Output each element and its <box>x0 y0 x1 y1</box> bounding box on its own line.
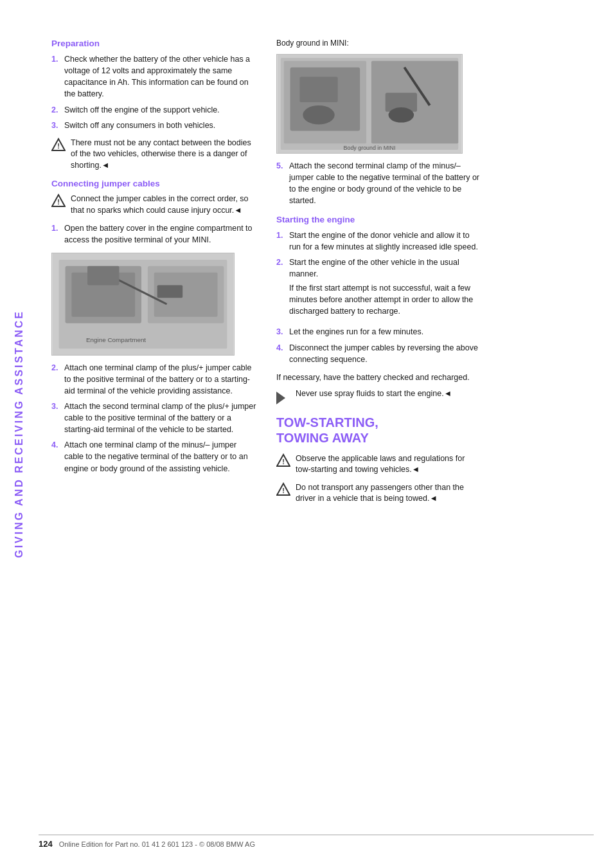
note-block-spray: Never use spray fluids to start the engi… <box>276 388 482 404</box>
right-column: Body ground in MINI: Bo <box>276 39 482 829</box>
list-text: Open the battery cover in the engine com… <box>64 222 257 246</box>
note-triangle-icon <box>276 392 285 404</box>
list-text: Attach one terminal clamp of the plus/+ … <box>64 362 257 397</box>
preparation-list: 1. Check whether the battery of the othe… <box>51 53 257 131</box>
list-text: Attach the second terminal clamp of the … <box>289 160 482 207</box>
warning-text-1: There must not be any contact between th… <box>71 138 257 172</box>
list-item: 3. Switch off any consumers in both vehi… <box>51 120 257 131</box>
list-number: 4. <box>51 439 60 474</box>
list-number: 1. <box>51 53 60 100</box>
list-number: 3. <box>51 120 60 131</box>
body-ground-image: Body ground in MINI <box>276 54 463 154</box>
svg-text:!: ! <box>282 458 285 466</box>
svg-text:!: ! <box>57 198 60 206</box>
warning-icon-2: ! <box>51 194 66 208</box>
list-item: 4. Disconnect the jumper cables by rever… <box>276 342 482 365</box>
preparation-heading: Preparation <box>51 39 257 48</box>
connecting-list: 1. Open the battery cover in the engine … <box>51 222 257 246</box>
battery-check-text: If necessary, have the battery checked a… <box>276 372 482 383</box>
connecting-list-2: 2. Attach one terminal clamp of the plus… <box>51 362 257 475</box>
starting-heading: Starting the engine <box>276 215 482 224</box>
list-number: 5. <box>276 160 285 207</box>
page-number: 124 <box>39 839 53 849</box>
page-container: GIVING AND RECEIVING ASSISTANCE Preparat… <box>0 0 613 868</box>
list-number: 2. <box>51 104 60 116</box>
starting-list: 1. Start the engine of the donor vehicle… <box>276 230 482 365</box>
svg-text:!: ! <box>57 142 60 150</box>
connecting-heading: Connecting jumper cables <box>51 179 257 188</box>
footer-note: Online Edition for Part no. 01 41 2 601 … <box>59 840 255 848</box>
list-text: Start the engine of the other vehicle in… <box>289 258 459 278</box>
list-text: Check whether the battery of the other v… <box>64 53 257 100</box>
list-item: 1. Check whether the battery of the othe… <box>51 53 257 100</box>
list-number: 3. <box>276 326 285 338</box>
engine-compartment-image: Engine Compartment <box>51 253 235 356</box>
list-item: 2. Start the engine of the other vehicle… <box>276 257 482 323</box>
list-number: 2. <box>51 362 60 397</box>
list-item: 2. Attach one terminal clamp of the plus… <box>51 362 257 397</box>
list-number: 3. <box>51 401 60 435</box>
svg-rect-19 <box>299 77 337 102</box>
svg-point-20 <box>303 105 334 125</box>
list-text: Switch off the engine of the support veh… <box>64 104 220 116</box>
list-text: Start the engine of the donor vehicle an… <box>289 230 482 253</box>
list-text: Let the engines run for a few minutes. <box>289 326 423 338</box>
list-item: 3. Let the engines run for a few minutes… <box>276 326 482 338</box>
svg-text:Engine Compartment: Engine Compartment <box>86 336 146 343</box>
page-footer: 124 Online Edition for Part no. 01 41 2 … <box>39 835 594 849</box>
tow-section: TOW-STARTING,TOWING AWAY ! Observe the a… <box>276 415 482 505</box>
body-ground-label: Body ground in MINI: <box>276 39 482 48</box>
list-item: 5. Attach the second terminal clamp of t… <box>276 160 482 207</box>
tow-warning-text-1: Observe the applicable laws and regulati… <box>296 453 482 476</box>
svg-text:!: ! <box>282 487 285 494</box>
list-text: Switch off any consumers in both vehicle… <box>64 120 215 131</box>
warning-block-2: ! Connect the jumper cables in the corre… <box>51 194 257 216</box>
list-number: 4. <box>276 342 285 365</box>
list-item: 3. Attach the second terminal clamp of t… <box>51 401 257 435</box>
list-item: 2. Switch off the engine of the support … <box>51 104 257 116</box>
tow-warning-icon-2: ! <box>276 482 290 496</box>
starting-section: Starting the engine 1. Start the engine … <box>276 215 482 404</box>
list-item: 1. Open the battery cover in the engine … <box>51 222 257 246</box>
tow-warning-1: ! Observe the applicable laws and regula… <box>276 453 482 476</box>
svg-point-24 <box>389 107 414 123</box>
main-content: Preparation 1. Check whether the battery… <box>39 0 613 868</box>
svg-rect-12 <box>157 285 183 298</box>
sidebar-label: GIVING AND RECEIVING ASSISTANCE <box>13 310 25 558</box>
list-text: Disconnect the jumper cables by reversin… <box>289 342 482 365</box>
warning-icon: ! <box>51 138 66 152</box>
list-number: 2. <box>276 257 285 323</box>
note-spray-text: Never use spray fluids to start the engi… <box>296 388 452 400</box>
tow-warning-2: ! Do not transport any passengers other … <box>276 482 482 505</box>
tow-warning-icon-1: ! <box>276 453 290 467</box>
list-number: 1. <box>276 230 285 253</box>
second-start-note: If the first start attempt is not succes… <box>289 282 482 317</box>
list-text: Attach the second terminal clamp of the … <box>64 401 257 435</box>
tow-heading: TOW-STARTING,TOWING AWAY <box>276 415 482 446</box>
svg-rect-11 <box>87 266 119 285</box>
warning-block-1: ! There must not be any contact between … <box>51 138 257 172</box>
tow-warning-text-2: Do not transport any passengers other th… <box>296 482 482 505</box>
connecting-warning-text: Connect the jumper cables in the correct… <box>71 194 257 216</box>
left-column: Preparation 1. Check whether the battery… <box>51 39 257 829</box>
preparation-section: Preparation 1. Check whether the battery… <box>51 39 257 171</box>
list-item: 4. Attach one terminal clamp of the minu… <box>51 439 257 474</box>
sidebar: GIVING AND RECEIVING ASSISTANCE <box>0 0 39 868</box>
note-icon <box>276 390 290 404</box>
svg-text:Body ground in MINI: Body ground in MINI <box>344 145 396 151</box>
step5-list: 5. Attach the second terminal clamp of t… <box>276 160 482 207</box>
list-text: Attach one terminal clamp of the minus/–… <box>64 439 257 474</box>
list-number: 1. <box>51 222 60 246</box>
list-item: 1. Start the engine of the donor vehicle… <box>276 230 482 253</box>
connecting-section: Connecting jumper cables ! Connect the j… <box>51 179 257 474</box>
